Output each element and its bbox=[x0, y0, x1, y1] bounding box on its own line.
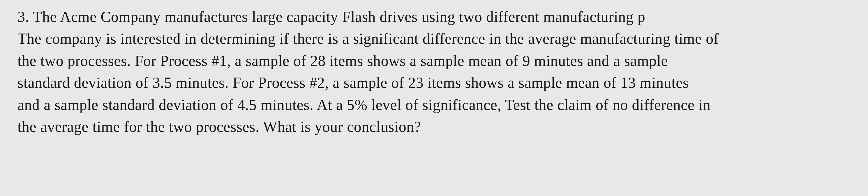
problem-line-2: The company is interested in determining… bbox=[18, 30, 719, 47]
problem-line-5: and a sample standard deviation of 4.5 m… bbox=[18, 96, 711, 113]
content-area: 3. The Acme Company manufactures large c… bbox=[0, 0, 868, 196]
problem-line-6: the average time for the two processes. … bbox=[18, 118, 421, 135]
problem-line-3: the two processes. For Process #1, a sam… bbox=[18, 53, 668, 69]
problem-text: 3. The Acme Company manufactures large c… bbox=[18, 6, 850, 138]
problem-line-1: 3. The Acme Company manufactures large c… bbox=[18, 8, 645, 25]
problem-line-4: standard deviation of 3.5 minutes. For P… bbox=[18, 74, 689, 91]
